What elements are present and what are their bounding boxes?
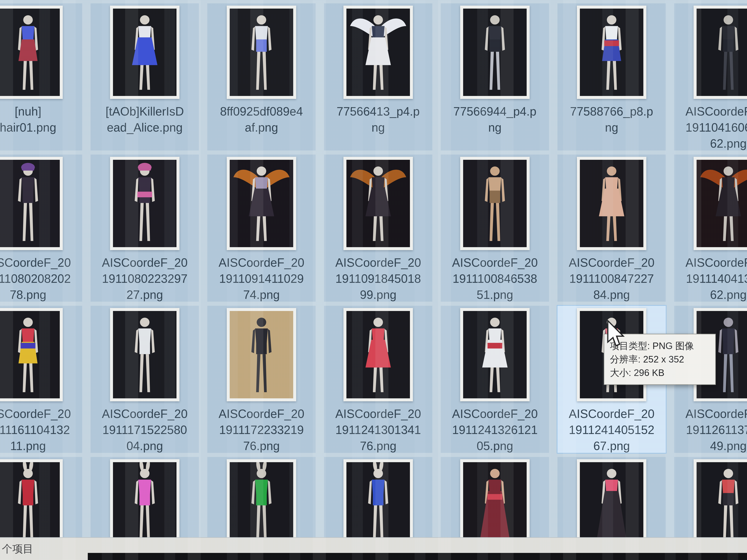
file-item[interactable]: AISCoordeF_20 1911171522580 04.png [91,306,199,453]
file-name-label: AISCoordeF_20 1911091411029 74.png [219,255,304,303]
file-thumbnail-frame [110,308,179,401]
file-item[interactable]: AISCoordeF_20 1911161104132 11.png [0,306,82,453]
item-count-label: 个项目 [2,542,33,556]
character-thumbnail-image [230,311,293,398]
file-item[interactable]: AISCoordeF_20 1911100847227 84.png [558,155,666,302]
file-thumbnail-frame [110,6,179,99]
character-thumbnail-image [580,160,643,247]
character-thumbnail-image [346,8,410,96]
file-item[interactable]: 77588766_p8.p ng [558,3,666,151]
file-name-label: 8ff0925df089e4 af.png [220,103,303,135]
file-name-label: 77588766_p8.p ng [570,103,653,135]
character-thumbnail-image [463,311,526,398]
character-thumbnail-image [346,160,410,247]
character-thumbnail-image [113,311,177,398]
tooltip-file-size: 大小: 296 KB [610,366,710,379]
file-name-label: AISCoordeF_20 1911261137130 49.png [686,406,747,454]
file-grid: [nuh] hair01.png [tAOb]KillerIsD ead_Ali… [0,3,747,560]
character-thumbnail-image [113,8,177,96]
character-thumbnail-image [346,311,410,398]
file-name-label: AISCoordeF_20 1911241301341 76.png [335,406,421,454]
character-thumbnail-image [463,8,526,96]
character-thumbnail-image [0,311,60,398]
file-thumbnail-frame [694,6,747,99]
photographed-screen: { "window": { "background": "#c5d6e2", "… [0,0,747,560]
file-item[interactable]: AISCoordeF_20 1911140413225 62.png [674,155,747,302]
file-name-label: AISCoordeF_20 1911091845018 99.png [335,255,421,303]
file-thumbnail-frame [577,6,646,99]
file-item[interactable]: AISCoordeF_20 1911241326121 05.png [441,306,549,453]
file-name-label: AISCoordeF_20 1911140413225 62.png [686,255,747,303]
file-name-label: 77566413_p4.p ng [337,103,420,135]
file-thumbnail-frame [227,157,296,250]
file-name-label: AISCoordeF_20 1911241405152 67.png [569,406,654,454]
character-thumbnail-image [697,160,747,247]
character-thumbnail-image [697,8,747,96]
file-thumbnail-frame [0,6,63,99]
file-thumbnail-frame [0,308,63,401]
file-thumbnail-frame [460,157,530,250]
file-thumbnail-frame [694,157,747,250]
character-thumbnail-image [0,8,60,96]
file-name-label: [tAOb]KillerIsD ead_Alice.png [105,103,184,135]
file-name-label: AISCoordeF_20 1911172233219 76.png [219,406,304,454]
file-item[interactable]: 8ff0925df089e4 af.png [207,3,316,151]
mouse-cursor-icon [606,320,626,348]
file-name-label: 77566944_p4.p ng [454,103,537,135]
file-thumbnail-frame [0,157,63,250]
file-item[interactable]: AISCoordeF_20 1911241301341 76.png [324,306,432,453]
file-item[interactable]: AISCoordeF_20 1911091411029 74.png [207,155,316,302]
file-thumbnail-frame [577,157,646,250]
file-thumbnail-frame [227,6,296,99]
file-item[interactable]: AISCoordeF_20 1911091845018 99.png [324,155,432,302]
character-thumbnail-image [580,8,643,96]
file-name-label: AISCoordeF_20 1911041606555 62.png [686,103,747,152]
file-name-label: AISCoordeF_20 1911100847227 84.png [569,255,654,303]
character-thumbnail-image [230,160,293,247]
file-thumbnail-frame [343,6,413,99]
file-name-label: AISCoordeF_20 1911100846538 51.png [452,255,538,303]
file-item[interactable]: AISCoordeF_20 1911172233219 76.png [207,306,316,453]
file-item[interactable]: AISCoordeF_20 1911100846538 51.png [441,155,549,302]
file-thumbnail-frame [110,157,179,250]
file-item[interactable]: AISCoordeF_20 1911080208202 78.png [0,155,82,302]
character-thumbnail-image [697,462,747,550]
file-item[interactable]: AISCoordeF_20 1911080223297 27.png [91,155,199,302]
taskbar-strip [88,553,747,560]
character-thumbnail-image [463,160,526,247]
character-thumbnail-image [230,462,293,550]
character-thumbnail-image [230,8,293,96]
file-item[interactable]: 77566413_p4.p ng [324,3,432,151]
character-thumbnail-image [580,462,643,550]
file-name-label: AISCoordeF_20 1911080208202 78.png [0,255,71,303]
file-item[interactable]: [tAOb]KillerIsD ead_Alice.png [91,3,199,151]
character-thumbnail-image [0,462,60,550]
file-name-label: AISCoordeF_20 1911080223297 27.png [102,255,188,303]
file-item[interactable]: 77566944_p4.p ng [441,3,549,151]
character-thumbnail-image [463,462,526,550]
file-item[interactable]: AISCoordeF_20 1911041606555 62.png [674,3,747,151]
file-name-label: AISCoordeF_20 1911161104132 11.png [0,406,71,454]
tooltip-resolution: 分辨率: 252 x 352 [610,353,710,366]
file-thumbnail-frame [460,6,530,99]
character-thumbnail-image [0,160,60,247]
file-name-label: [nuh] hair01.png [0,103,56,135]
character-thumbnail-image [113,462,177,550]
file-thumbnail-frame [227,308,296,401]
character-thumbnail-image [346,462,410,550]
file-name-label: AISCoordeF_20 1911171522580 04.png [102,406,188,454]
file-thumbnail-frame [343,308,413,401]
file-thumbnail-frame [343,157,413,250]
character-thumbnail-image [113,160,177,247]
file-item[interactable]: [nuh] hair01.png [0,3,82,151]
file-thumbnail-frame [460,308,530,401]
file-name-label: AISCoordeF_20 1911241326121 05.png [452,406,538,454]
